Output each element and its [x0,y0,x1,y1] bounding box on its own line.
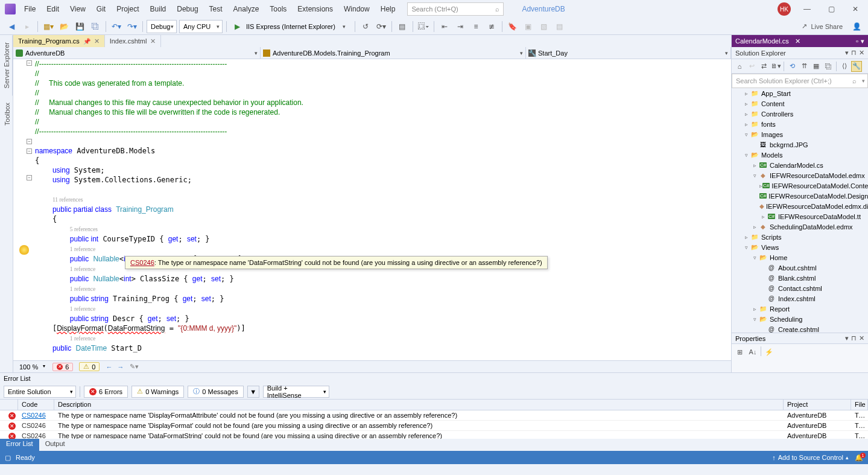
bookmark-icon[interactable]: 🔖 [506,20,519,33]
tree-item[interactable]: Create.cshtml [732,324,868,333]
preview-tab[interactable]: CalendarModel.cs ✕ ▫▾ [732,35,868,47]
errors-filter-button[interactable]: ✕6 Errors [84,386,128,398]
comment-icon[interactable]: ≡ [469,20,483,33]
zoom-combo[interactable]: 100 % [17,363,46,371]
pin-icon[interactable]: 📌 [83,38,90,45]
menu-tools[interactable]: Tools [265,2,291,16]
tree-item[interactable]: ▹Scripts [732,232,868,242]
props-events-icon[interactable]: ⚡ [764,346,775,357]
undo-button[interactable]: ↶▾ [110,20,123,33]
se-dropdown-icon[interactable]: ▾ [845,49,849,57]
prev-issue-button[interactable]: ← [106,363,112,371]
expand-icon[interactable]: ▹ [743,121,750,127]
tb-icon-4[interactable]: ▧ [537,20,551,33]
tree-item[interactable]: Blank.cshtml [732,273,868,283]
save-button[interactable]: 💾 [73,20,86,33]
tb-icon-3[interactable]: ▣ [522,20,535,33]
pen-icon[interactable]: ✎▾ [130,363,139,371]
nav-back-button[interactable]: ◀ [5,20,18,33]
redo-button[interactable]: ↷▾ [125,20,139,33]
indent-icon[interactable]: ⇤ [438,20,451,33]
se-pin-icon[interactable]: ⊓ [851,49,857,57]
tb-icon-1[interactable]: ▤ [396,20,409,33]
outdent-icon[interactable]: ⇥ [454,20,467,33]
uncomment-icon[interactable]: ≢ [485,20,498,33]
tb-icon-5[interactable]: ▤ [553,20,566,33]
menu-project[interactable]: Project [112,2,144,16]
se-preview-icon[interactable]: 🔧 [851,61,862,72]
menu-edit[interactable]: Edit [42,2,64,16]
tree-item[interactable]: ▹SchedulingDataModel.edmx [732,222,868,232]
tree-item[interactable]: ▹Controllers [732,109,868,119]
menu-help[interactable]: Help [376,2,401,16]
expand-icon[interactable]: ▹ [743,234,750,240]
refresh-icon[interactable]: ⟳▾ [375,20,388,33]
new-project-button[interactable]: ▦▾ [42,20,55,33]
se-collapse-icon[interactable]: ⇈ [799,61,809,72]
close-button[interactable]: ✕ [847,3,863,15]
tree-item[interactable]: ▹fonts [732,119,868,129]
se-search-input[interactable]: Search Solution Explorer (Ctrl+;) ⌕ ▾ [732,74,868,88]
menu-debug[interactable]: Debug [172,2,203,16]
close-tab-icon[interactable]: ✕ [94,37,100,45]
tree-item[interactable]: Index.cshtml [732,293,868,304]
browser-link-icon[interactable]: ↺ [359,20,372,33]
tree-item[interactable]: bckgrnd.JPG [732,139,868,150]
lightbulb-icon[interactable] [19,245,29,255]
tree-item[interactable]: ▿IEFWResourceDataModel.edmx [732,170,868,180]
tree-item[interactable]: ▹Report [732,304,868,314]
feedback-icon[interactable]: 👤 [850,20,863,33]
side-tab-toolbox[interactable]: Toolbox [0,95,13,133]
menu-view[interactable]: View [65,2,90,16]
global-search-input[interactable]: Search (Ctrl+Q) ⌕ [407,2,504,16]
tree-item[interactable]: ▹App_Start [732,88,868,98]
warning-count-pill[interactable]: ⚠0 [79,362,100,371]
se-showall-icon[interactable]: ▦ [811,61,822,72]
next-issue-button[interactable]: → [117,363,124,371]
se-sync-icon[interactable]: ⇄ [758,61,769,72]
expand-icon[interactable]: ▹ [759,214,767,220]
nav-member-combo[interactable]: 🔧Start_Day [526,47,731,59]
warnings-filter-button[interactable]: ⚠0 Warnings [131,386,184,398]
se-refresh-icon[interactable]: ⟲ [787,61,797,72]
expand-icon[interactable]: ▿ [751,316,758,322]
expand-icon[interactable]: ▹ [751,224,758,230]
props-pin-icon[interactable]: ⊓ [851,334,857,342]
tree-item[interactable]: ▹CalendarModel.cs [732,160,868,170]
config-combo[interactable]: Debug [147,20,177,33]
expand-icon[interactable]: ▿ [743,132,750,138]
expand-icon[interactable]: ▹ [743,91,750,97]
expand-icon[interactable]: ▿ [743,152,750,158]
preview-keep-icon[interactable]: ▫ [856,37,858,45]
live-share-button[interactable]: ↗ Live Share [797,22,847,30]
menu-test[interactable]: Test [204,2,227,16]
error-count-pill[interactable]: ✕6 [52,363,73,371]
se-close-icon[interactable]: ✕ [859,49,864,57]
error-scope-combo[interactable]: Entire Solution [4,386,76,398]
props-close-icon[interactable]: ✕ [859,334,864,342]
tree-item[interactable]: ▿Home [732,252,868,263]
error-row[interactable]: ✕CS0246The type or namespace name 'Displ… [0,421,868,431]
menu-build[interactable]: Build [145,2,171,16]
expand-icon[interactable]: ▹ [743,111,750,117]
save-all-button[interactable]: ⿻ [89,20,102,33]
tree-item[interactable]: About.cshtml [732,263,868,273]
expand-icon[interactable]: ▹ [751,306,758,312]
props-az-icon[interactable]: A↓ [747,346,758,357]
se-props-icon[interactable]: ⟨⟩ [839,61,850,72]
run-target-button[interactable]: IIS Express (Internet Explorer) [246,23,335,30]
tree-item[interactable]: Contact.cshtml [732,283,868,293]
open-button[interactable]: 📂 [57,20,71,33]
tree-item[interactable]: ▹IEFWResourceDataModel.Context [732,180,868,191]
minimize-button[interactable]: — [799,3,815,15]
maximize-button[interactable]: ▢ [823,3,839,15]
notifications-button[interactable]: 🔔1 [855,454,863,462]
add-source-control-button[interactable]: ↑ Add to Source Control ▴ [772,454,849,461]
menu-analyze[interactable]: Analyze [229,2,264,16]
close-tab-icon[interactable]: ✕ [150,37,156,45]
tree-item[interactable]: ▿Views [732,242,868,252]
nav-fwd-button[interactable]: ▸ [21,20,34,33]
preview-close-icon[interactable]: ✕ [795,37,800,45]
menu-git[interactable]: Git [92,2,110,16]
tree-item[interactable]: IEFWResourceDataModel.Designe [732,191,868,201]
